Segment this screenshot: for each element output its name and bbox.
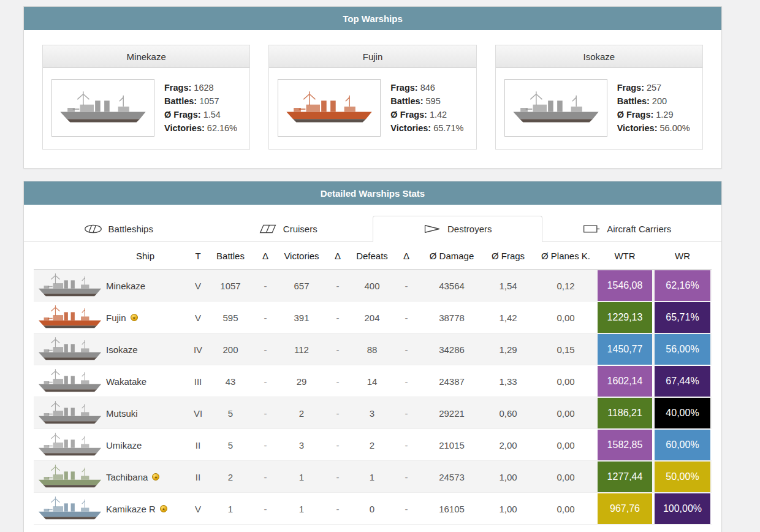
column-header: WR — [653, 251, 712, 261]
wr-cell: 65,71% — [653, 302, 712, 333]
top-warships-cards: Minekaze Frags:1628 Battles:1057 Ø Frags… — [24, 30, 721, 168]
tab-destroyers[interactable]: Destroyers — [373, 216, 542, 242]
wr-badge: 67,44% — [655, 366, 710, 397]
warships-table: Ship T Battles Δ Victories Δ Defeats Δ Ø… — [24, 242, 721, 525]
stat-line: Ø Frags:1.29 — [617, 108, 690, 121]
victories-delta-cell: - — [322, 344, 354, 355]
avg-damage-cell: 38778 — [422, 313, 481, 323]
tier-cell: V — [184, 281, 211, 291]
avg-frags-cell: 2,00 — [481, 440, 535, 450]
column-header: Δ — [322, 251, 354, 261]
ship-name-link[interactable]: Umikaze — [106, 440, 142, 450]
defeats-cell: 204 — [354, 313, 390, 323]
ship-thumbnail-cell — [34, 397, 106, 429]
wtr-cell: 1450,77 — [596, 333, 653, 365]
tab-cruisers[interactable]: Cruisers — [203, 216, 373, 242]
ship-image — [57, 88, 149, 128]
ship-image — [283, 88, 375, 128]
premium-icon: ★ — [160, 505, 167, 512]
ship-name-link[interactable]: Fujin — [106, 313, 126, 323]
ship-name-link[interactable]: Kamikaze R — [106, 504, 156, 514]
ship-image-frame — [504, 79, 607, 137]
ship-thumbnail — [36, 398, 104, 428]
battles-delta-cell: - — [249, 504, 281, 514]
defeats-delta-cell: - — [390, 472, 422, 482]
stat-value: 1057 — [199, 96, 219, 106]
stat-label: Victories: — [164, 123, 205, 133]
stat-line: Battles:595 — [390, 94, 463, 108]
ship-name-link[interactable]: Isokaze — [106, 344, 138, 355]
stat-line: Victories:56.00% — [617, 121, 690, 135]
ship-name-link[interactable]: Mutsuki — [106, 408, 138, 419]
wtr-cell: 967,76 — [596, 493, 653, 525]
top-warships-title: Top Warships — [343, 13, 403, 24]
wtr-badge: 1186,21 — [598, 398, 652, 428]
wtr-badge: 1229,13 — [598, 302, 652, 333]
defeats-cell: 400 — [354, 281, 390, 291]
ship-thumbnail-cell — [34, 302, 106, 333]
victories-delta-cell: - — [322, 472, 354, 482]
victories-cell: 3 — [281, 440, 322, 450]
avg-planes-cell: 0,15 — [535, 344, 596, 355]
row-tachibana[interactable]: Tachibana ★ II 2 - 1 - 1 - 24573 1,00 0,… — [34, 461, 712, 493]
ship-name-cell: Mutsuki ★ — [106, 408, 184, 419]
ship-thumbnail — [36, 494, 104, 523]
tab-label: Cruisers — [283, 224, 317, 234]
battles-cell: 5 — [211, 440, 249, 450]
stat-value: 56.00% — [659, 123, 690, 133]
battles-delta-cell: - — [249, 472, 281, 482]
ship-thumbnail — [36, 462, 104, 492]
battles-delta-cell: - — [249, 313, 281, 323]
column-header: T — [184, 251, 211, 261]
defeats-cell: 2 — [354, 440, 390, 450]
column-header: Battles — [211, 251, 249, 261]
stat-label: Ø Frags: — [617, 110, 654, 120]
ship-name-link[interactable]: Tachibana — [106, 472, 148, 482]
wtr-cell: 1186,21 — [596, 397, 653, 429]
row-fujin[interactable]: Fujin ★ V 595 - 391 - 204 - 38778 1,42 0… — [34, 302, 712, 333]
ship-thumbnail — [36, 303, 104, 332]
avg-planes-cell: 0,00 — [535, 472, 596, 482]
ship-thumbnail — [36, 430, 104, 460]
defeats-cell: 1 — [354, 472, 390, 482]
row-umikaze[interactable]: Umikaze ★ II 5 - 3 - 2 - 21015 2,00 0,00 — [34, 429, 712, 461]
battles-delta-cell: - — [249, 281, 281, 291]
battles-delta-cell: - — [249, 344, 281, 355]
victories-delta-cell: - — [322, 376, 354, 387]
row-wakatake[interactable]: Wakatake ★ III 43 - 29 - 14 - 24387 1,33… — [34, 365, 712, 397]
top-warships-panel: Top Warships Minekaze Frags:1628 Battles… — [23, 6, 722, 169]
wr-cell: 60,00% — [653, 429, 712, 461]
tier-cell: II — [184, 472, 211, 482]
tab-aircraft-carriers[interactable]: Aircraft Carriers — [542, 216, 712, 242]
ship-name-link[interactable]: Minekaze — [106, 281, 145, 291]
stat-value: 595 — [426, 96, 441, 106]
column-header: Δ — [249, 251, 281, 261]
victories-delta-cell: - — [322, 281, 354, 291]
ship-thumbnail-cell — [34, 270, 106, 302]
avg-damage-cell: 29221 — [422, 408, 481, 419]
stat-label: Ø Frags: — [164, 110, 201, 120]
stat-line: Victories:62.16% — [164, 121, 237, 135]
ship-thumbnail — [36, 367, 104, 396]
column-header: Δ — [390, 251, 422, 261]
row-mutsuki[interactable]: Mutsuki ★ VI 5 - 2 - 3 - 29221 0,60 0,00 — [34, 397, 712, 429]
row-kamikaze-r[interactable]: Kamikaze R ★ V 1 - 1 - 0 - 16105 1,00 0,… — [34, 493, 712, 525]
avg-frags-cell: 1,54 — [481, 281, 535, 291]
avg-frags-cell: 0,60 — [481, 408, 535, 419]
warship-card-body: Frags:846 Battles:595 Ø Frags:1.42 Victo… — [269, 68, 476, 149]
stat-value: 846 — [420, 83, 435, 93]
tab-battleships[interactable]: Battleships — [34, 216, 203, 242]
stat-value: 1.29 — [656, 110, 673, 120]
column-header: Defeats — [354, 251, 390, 261]
row-isokaze[interactable]: Isokaze ★ IV 200 - 112 - 88 - 34286 1,29… — [34, 333, 712, 365]
avg-damage-cell: 24387 — [422, 376, 481, 387]
warship-card-title: Minekaze — [43, 45, 249, 68]
ship-name-link[interactable]: Wakatake — [106, 376, 146, 387]
wr-badge: 65,71% — [655, 302, 710, 333]
victories-cell: 1 — [281, 504, 322, 514]
row-minekaze[interactable]: Minekaze ★ V 1057 - 657 - 400 - 43564 1,… — [34, 270, 712, 302]
victories-cell: 2 — [281, 408, 322, 419]
avg-planes-cell: 0,00 — [535, 504, 596, 514]
ship-thumbnail-cell — [34, 493, 106, 525]
wtr-badge: 1546,08 — [598, 270, 652, 301]
